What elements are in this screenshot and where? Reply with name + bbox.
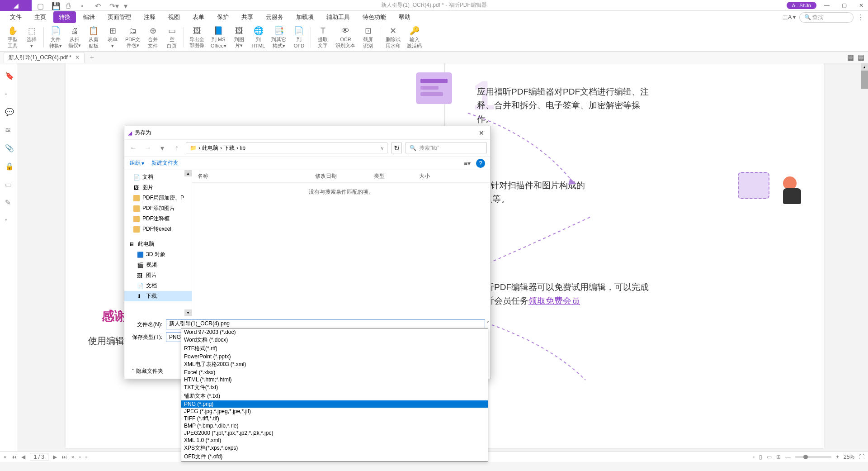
ribbon-导出全[interactable]: 🖼导出全部图像 [187,25,207,49]
tree-item[interactable]: 🟦3D 对象 [124,249,192,260]
menu-annotate[interactable]: 注释 [138,11,161,23]
more-panel-icon[interactable]: ▫ [5,216,13,224]
newfolder-button[interactable]: 新建文件夹 [151,159,179,167]
menu-pagemgmt[interactable]: 页面管理 [102,11,137,23]
open-icon[interactable]: ▢ [37,2,44,9]
path-dropdown-icon[interactable]: v [381,146,383,151]
menu-view[interactable]: 视图 [163,11,185,23]
dialog-titlebar[interactable]: ◢另存为 ✕ [124,126,491,140]
menu-special[interactable]: 特色功能 [357,11,392,23]
dropdown-item[interactable]: HTML (*.htm;*.html) [181,376,488,383]
security-icon[interactable]: 🔒 [5,162,13,170]
menu-convert[interactable]: 转换 [53,11,76,23]
prev-page-icon[interactable]: ◀ [21,454,25,460]
first-page-icon[interactable]: ⏮ [11,454,17,460]
nav-back-icon[interactable]: » [71,454,75,460]
menu-addons[interactable]: 加载项 [291,11,319,23]
ribbon-PDF文[interactable]: 🗂PDF文件包▾ [123,25,143,49]
last-page-icon[interactable]: ⏭ [61,454,67,460]
misc-icon2[interactable]: ▫ [85,454,87,460]
nav-fwd-button[interactable]: → [142,143,153,153]
signature-icon[interactable]: ✎ [5,198,13,206]
filetype-dropdown[interactable]: Word 97-2003 (*.doc)Word文档 (*.docx)RTF格式… [181,328,488,461]
print-icon[interactable]: ⎙ [66,2,73,9]
close-tab-icon[interactable]: ✕ [75,54,80,61]
dropdown-item[interactable]: Word文档 (*.docx) [181,336,488,344]
col-type[interactable]: 类型 [368,172,414,180]
doc-tab[interactable]: 新人引导(1)_OCR(4).pdf * ✕ [4,52,85,63]
pages-icon[interactable]: ▫ [5,90,13,98]
page-indicator[interactable]: 1 / 3 [30,453,48,461]
bookmark-icon[interactable]: 🔖 [5,71,13,80]
menu-edit[interactable]: 编辑 [78,11,100,23]
view-mode-button[interactable]: ≡▾ [464,160,471,167]
menu-share[interactable]: 共享 [236,11,259,23]
dropdown-item[interactable]: TXT文件(*.txt) [181,383,488,392]
tree-item[interactable]: PDF转excel [124,224,192,234]
dropdown-item[interactable]: TIFF (*.tiff,*.tif) [181,415,488,422]
menu-right-label[interactable]: 三A ▾ [783,14,796,21]
menu-aux[interactable]: 辅助工具 [321,11,355,23]
view-cont-facing-icon[interactable]: ⊞ [776,454,781,460]
save-icon[interactable]: 💾 [52,2,59,9]
view-cont-icon[interactable]: ▯ [759,454,762,460]
dropdown-item[interactable]: JPEG (*.jpg,*.jpeg,*.jpe,*.jif) [181,408,488,415]
qat-more-icon[interactable]: ▾ [124,2,131,9]
ribbon-空[interactable]: ▭空白页 [163,25,181,49]
ribbon-到 MS[interactable]: 📘到 MSOffice▾ [208,25,229,49]
dropdown-item[interactable]: XML电子表格2003 (*.xml) [181,360,488,369]
undo-icon[interactable]: ↶ [95,2,102,9]
nav-up-button[interactable]: ↑ [171,143,182,153]
folder-tree[interactable]: ▲ 📄文档🖼图片PDF局部加密、PPDF添加图片PDF注释框PDF转excel🖥… [124,170,192,316]
zoom-in-icon[interactable]: + [836,454,839,460]
collapse-icon[interactable]: « [4,454,7,460]
next-page-icon[interactable]: ▶ [53,454,57,460]
nav-back-button[interactable]: ← [128,143,139,153]
tree-item[interactable]: 📄文档 [124,281,192,291]
ribbon-提取[interactable]: T提取文字 [314,25,332,49]
view-single-icon[interactable]: ▫ [753,454,755,460]
tree-item[interactable]: PDF注释框 [124,214,192,224]
comments-icon[interactable]: 💬 [5,108,13,116]
tree-scroll-down[interactable]: ▼ [184,309,192,316]
menu-file[interactable]: 文件 [5,11,27,23]
col-name[interactable]: 名称 [192,172,310,180]
zoom-out-icon[interactable]: — [785,454,791,460]
zoom-slider[interactable] [795,456,831,458]
tree-item[interactable]: PDF添加图片 [124,203,192,214]
attachments-icon[interactable]: 📎 [5,144,13,152]
ribbon-手型[interactable]: ✋手型工具 [4,25,22,49]
help-icon[interactable]: ? [476,159,485,168]
search-input[interactable]: 🔍 查找 [799,12,854,23]
ribbon-到其它[interactable]: 📑到其它格式▾ [269,25,289,49]
tree-item[interactable]: 🎬视频 [124,260,192,270]
ribbon-截屏[interactable]: ⊡截屏识别 [359,25,377,49]
blank-icon[interactable]: ▫ [80,2,88,9]
tree-scroll-up[interactable]: ▲ [184,170,192,176]
menu-form[interactable]: 表单 [187,11,210,23]
minimize-button[interactable]: — [820,0,834,11]
dropdown-item[interactable]: XPS文档(*.xps,*.oxps) [181,444,488,452]
dropdown-item[interactable]: OFD文件 (*.ofd) [181,452,488,461]
ribbon-到[interactable]: 🌐到HTML [249,25,268,49]
menu-protect[interactable]: 保护 [212,11,234,23]
dropdown-item[interactable]: PowerPoint (*.pptx) [181,353,488,360]
dropdown-item[interactable]: 辅助文本 (*.txt) [181,392,488,400]
tree-item[interactable]: 📄文档 [124,172,192,182]
menu-home[interactable]: 主页 [29,11,52,23]
dropdown-item[interactable]: XML 1.0 (*.xml) [181,437,488,444]
redo-icon[interactable]: ↷▾ [109,2,117,9]
layers-icon[interactable]: ≋ [5,126,13,134]
dropdown-item[interactable]: JPEG2000 (*.jpf,*.jpx,*.jp2,*.j2k,*.jpc) [181,429,488,437]
ribbon-表单[interactable]: ⊞表单▾ [104,25,122,49]
free-member-link[interactable]: 领取免费会员 [528,296,580,305]
scrollbar-thumb[interactable] [861,71,868,89]
close-button[interactable]: ✕ [854,0,868,11]
dropdown-item[interactable]: PNG (*.png) [181,400,488,408]
user-badge[interactable]: A - Sh3n [787,2,816,9]
kebab-icon[interactable]: ⋮ [857,13,864,22]
dropdown-item[interactable]: Excel (*.xlsx) [181,369,488,376]
dropdown-item[interactable]: RTF格式(*.rtf) [181,344,488,353]
folder-search-input[interactable]: 🔍搜索"lib" [406,143,487,153]
organize-button[interactable]: 组织 ▾ [130,159,144,167]
